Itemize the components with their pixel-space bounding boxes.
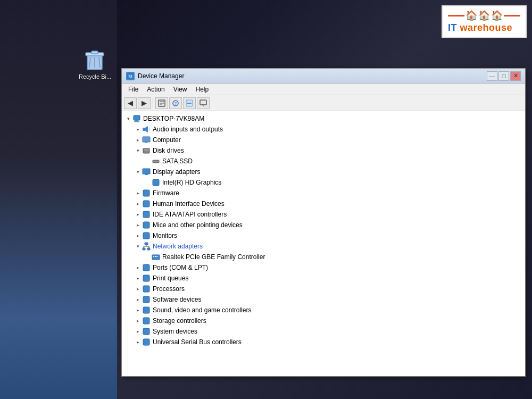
item-label-sata: SATA SSD (162, 157, 193, 165)
toolbar-separator-1 (153, 98, 153, 108)
expand-btn-audio[interactable]: ▸ (134, 125, 142, 134)
forward-button[interactable]: ▶ (138, 97, 151, 109)
close-button[interactable]: ✕ (510, 71, 521, 81)
expand-btn-ide[interactable]: ▸ (134, 210, 142, 219)
expand-btn-realtek[interactable] (143, 253, 152, 261)
minimize-button[interactable]: — (487, 71, 497, 81)
tree-item-mice[interactable]: ▸Mice and other pointing devices (122, 220, 525, 230)
svg-rect-20 (135, 120, 138, 121)
logo-it: IT (448, 22, 460, 33)
properties-button[interactable] (155, 97, 168, 109)
menu-bar: File Action View Help (122, 84, 525, 95)
device-tree[interactable]: ▾DESKTOP-7VK98AM▸)Audio inputs and outpu… (122, 111, 525, 376)
svg-marker-23 (145, 126, 148, 132)
tree-item-network[interactable]: ▾Network adapters (122, 241, 525, 252)
svg-rect-56 (143, 318, 149, 324)
expand-btn-root[interactable]: ▾ (124, 114, 132, 123)
expand-btn-intel[interactable] (143, 178, 152, 187)
expand-btn-print[interactable]: ▸ (134, 274, 142, 282)
expand-btn-mice[interactable]: ▸ (134, 221, 142, 229)
svg-rect-58 (143, 339, 149, 345)
expand-btn-sound[interactable]: ▸ (134, 306, 142, 314)
expand-btn-system[interactable]: ▸ (134, 327, 142, 336)
item-icon-hid (142, 200, 151, 208)
menu-action[interactable]: Action (143, 85, 169, 94)
item-label-ports: Ports (COM & LPT) (153, 264, 208, 271)
content-area: ▾DESKTOP-7VK98AM▸)Audio inputs and outpu… (122, 111, 525, 376)
item-icon-system (142, 327, 151, 336)
recycle-bin-label: Recycle Bi... (79, 73, 111, 80)
scan-button[interactable] (183, 97, 196, 109)
svg-rect-26 (145, 142, 147, 143)
expand-btn-software[interactable]: ▸ (134, 295, 142, 304)
tree-item-software[interactable]: ▸Software devices (122, 294, 525, 305)
svg-text:?: ? (174, 101, 177, 106)
item-label-firmware: Firmware (153, 189, 179, 197)
tree-item-ide[interactable]: ▸IDE ATA/ATAPI controllers (122, 209, 525, 220)
tree-item-storage[interactable]: ▸Storage controllers (122, 315, 525, 326)
recycle-bin-icon (85, 48, 106, 71)
svg-rect-41 (143, 248, 145, 250)
monitor-button[interactable] (197, 97, 210, 109)
update-button[interactable]: ? (169, 97, 182, 109)
tree-item-sound[interactable]: ▸Sound, video and game controllers (122, 305, 525, 315)
tree-item-realtek[interactable]: Realtek PCIe GBE Family Controller (122, 252, 525, 262)
tree-item-firmware[interactable]: ▸Firmware (122, 188, 525, 198)
item-icon-monitors (142, 231, 151, 240)
expand-btn-ports[interactable]: ▸ (134, 263, 142, 272)
svg-rect-29 (144, 151, 148, 151)
tree-item-sata[interactable]: SATA SSD (122, 156, 525, 167)
tree-item-ports[interactable]: ▸Ports (COM & LPT) (122, 262, 525, 273)
expand-btn-hid[interactable]: ▸ (134, 200, 142, 208)
svg-rect-32 (143, 169, 150, 174)
menu-view[interactable]: View (169, 85, 192, 94)
expand-btn-computer[interactable]: ▸ (134, 136, 142, 144)
tree-item-usb[interactable]: ▸Universal Serial Bus controllers (122, 337, 525, 347)
expand-btn-display[interactable]: ▾ (134, 168, 142, 176)
tree-item-root[interactable]: ▾DESKTOP-7VK98AM (122, 113, 525, 124)
expand-btn-disk[interactable]: ▾ (134, 146, 142, 155)
svg-rect-35 (143, 190, 149, 196)
item-label-print: Print queues (153, 275, 188, 282)
menu-help[interactable]: Help (192, 85, 213, 94)
item-icon-realtek (152, 253, 160, 261)
logo-box: 🏠 🏠 🏠 IT warehouse (442, 5, 527, 38)
tree-item-print[interactable]: ▸Print queues (122, 273, 525, 284)
tree-item-audio[interactable]: ▸)Audio inputs and outputs (122, 124, 525, 135)
expand-btn-processors[interactable]: ▸ (134, 285, 142, 293)
menu-file[interactable]: File (124, 85, 143, 94)
svg-rect-38 (143, 222, 149, 228)
tree-item-intel[interactable]: Intel(R) HD Graphics (122, 177, 525, 188)
tree-item-computer[interactable]: ▸Computer (122, 135, 525, 145)
tree-item-disk[interactable]: ▾Disk drives (122, 145, 525, 156)
svg-rect-57 (143, 328, 149, 335)
back-button[interactable]: ◀ (124, 97, 137, 109)
item-icon-ide (142, 210, 151, 219)
item-icon-intel (152, 178, 160, 187)
maximize-button[interactable]: □ (498, 71, 509, 81)
item-icon-sound (142, 306, 151, 314)
recycle-bin[interactable]: Recycle Bi... (79, 48, 111, 80)
item-label-display: Display adapters (153, 168, 200, 176)
svg-rect-51 (143, 264, 149, 271)
item-label-sound: Sound, video and game controllers (153, 306, 251, 314)
item-icon-computer (142, 136, 151, 144)
expand-btn-usb[interactable]: ▸ (134, 338, 142, 346)
expand-btn-storage[interactable]: ▸ (134, 317, 142, 325)
tree-item-processors[interactable]: ▸Processors (122, 284, 525, 294)
svg-rect-37 (143, 211, 149, 218)
logo-line-left (448, 15, 464, 16)
item-label-realtek: Realtek PCIe GBE Family Controller (162, 253, 265, 261)
expand-btn-network[interactable]: ▾ (134, 242, 142, 251)
svg-rect-53 (143, 286, 149, 292)
tree-item-hid[interactable]: ▸Human Interface Devices (122, 198, 525, 209)
item-icon-software (142, 295, 151, 304)
item-label-ide: IDE ATA/ATAPI controllers (153, 211, 227, 218)
tree-item-monitors[interactable]: ▸Monitors (122, 230, 525, 241)
expand-btn-firmware[interactable]: ▸ (134, 189, 142, 197)
tree-item-system[interactable]: ▸System devices (122, 326, 525, 337)
tree-item-display[interactable]: ▾Display adapters (122, 167, 525, 177)
item-icon-storage (142, 317, 151, 325)
expand-btn-sata[interactable] (143, 157, 152, 165)
expand-btn-monitors[interactable]: ▸ (134, 231, 142, 240)
